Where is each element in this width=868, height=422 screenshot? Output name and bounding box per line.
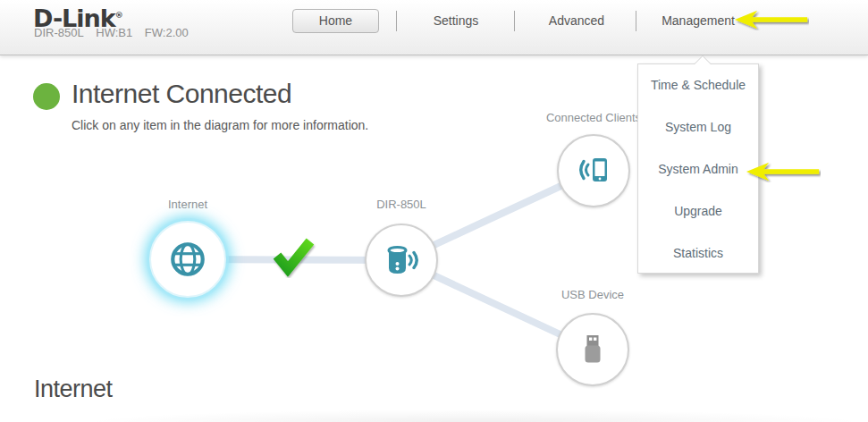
- device-model: DIR-850L: [34, 26, 84, 39]
- nav-divider: [514, 11, 515, 31]
- device-firmware-version: FW:2.00: [145, 26, 189, 39]
- menu-item-time-schedule[interactable]: Time & Schedule: [638, 64, 758, 106]
- nav-divider: [396, 11, 397, 31]
- node-router[interactable]: [365, 224, 438, 297]
- node-internet[interactable]: [149, 221, 226, 298]
- menu-item-upgrade[interactable]: Upgrade: [638, 190, 758, 232]
- node-label-internet: Internet: [116, 198, 259, 211]
- globe-icon: [167, 239, 208, 280]
- page-subtitle: Click on any item in the diagram for mor…: [72, 118, 368, 132]
- device-info: DIR-850L HW:B1 FW:2.00: [34, 26, 198, 39]
- checkmark-icon: [277, 241, 310, 269]
- router-icon: [382, 241, 421, 280]
- device-hardware-version: HW:B1: [96, 26, 132, 39]
- management-dropdown-menu: Time & Schedule System Log System Admin …: [637, 63, 759, 274]
- menu-item-system-log[interactable]: System Log: [638, 106, 758, 148]
- node-label-usb-device: USB Device: [521, 288, 664, 301]
- status-indicator: [33, 83, 60, 110]
- wireless-clients-icon: [574, 151, 613, 190]
- menu-item-system-admin[interactable]: System Admin: [638, 148, 758, 190]
- usb-drive-icon: [573, 330, 612, 369]
- registered-mark: ®: [115, 11, 123, 20]
- next-section-shadow: [80, 409, 868, 422]
- section-title-internet: Internet: [34, 376, 113, 403]
- nav-tab-advanced[interactable]: Advanced: [523, 13, 630, 28]
- nav-tab-management[interactable]: Management: [645, 13, 752, 28]
- nav-tab-settings[interactable]: Settings: [402, 13, 510, 28]
- dropdown-notch: [695, 56, 711, 64]
- router-admin-page: Internet DIR-850L Connected Clients USB …: [0, 0, 868, 422]
- menu-item-statistics[interactable]: Statistics: [638, 232, 758, 274]
- nav-divider: [636, 11, 636, 31]
- node-usb-device[interactable]: [556, 313, 629, 386]
- page-title: Internet Connected: [72, 79, 291, 109]
- node-connected-clients[interactable]: [557, 134, 630, 207]
- node-label-router: DIR-850L: [330, 198, 473, 211]
- nav-tab-home[interactable]: Home: [292, 9, 379, 33]
- app-header: D-Link® DIR-850L HW:B1 FW:2.00 Home Sett…: [0, 0, 868, 55]
